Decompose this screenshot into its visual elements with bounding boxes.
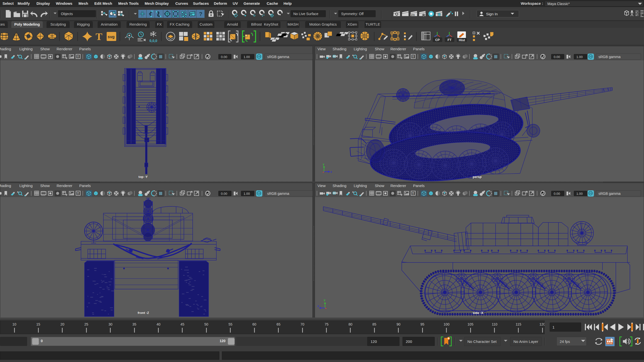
svg-text:T: T bbox=[77, 55, 79, 59]
svg-text:45: 45 bbox=[180, 322, 184, 326]
svg-text:z: z bbox=[331, 170, 332, 173]
svg-text:85: 85 bbox=[372, 322, 376, 326]
svg-text:FT: FT bbox=[448, 38, 452, 42]
svg-text:20: 20 bbox=[60, 322, 64, 326]
svg-text:75: 75 bbox=[325, 322, 329, 326]
svg-text:40: 40 bbox=[156, 322, 160, 326]
svg-text:T: T bbox=[412, 192, 414, 195]
svg-text:T: T bbox=[412, 55, 414, 59]
svg-text:T: T bbox=[96, 31, 102, 42]
svg-text:CP: CP bbox=[435, 38, 440, 42]
svg-text:115: 115 bbox=[516, 322, 521, 326]
svg-text:35: 35 bbox=[132, 322, 136, 326]
svg-text:y: y bbox=[324, 298, 326, 301]
svg-text:110: 110 bbox=[492, 322, 498, 326]
svg-text:50: 50 bbox=[204, 322, 208, 326]
svg-text:95: 95 bbox=[420, 322, 424, 326]
svg-text:Hist: Hist bbox=[459, 38, 465, 42]
svg-text:25: 25 bbox=[84, 322, 88, 326]
svg-text:15: 15 bbox=[36, 322, 40, 326]
svg-text:y: y bbox=[323, 163, 325, 166]
svg-text:IPR: IPR bbox=[411, 14, 415, 16]
svg-text:100: 100 bbox=[444, 322, 450, 326]
svg-text:10: 10 bbox=[12, 322, 16, 326]
svg-text:z: z bbox=[317, 304, 319, 307]
svg-text:T: T bbox=[77, 192, 79, 195]
svg-text:0,0,0: 0,0,0 bbox=[149, 39, 157, 43]
svg-text:svg: svg bbox=[108, 35, 115, 39]
svg-text:60: 60 bbox=[252, 322, 256, 326]
svg-text:30: 30 bbox=[108, 322, 112, 326]
svg-text:70: 70 bbox=[300, 322, 304, 326]
svg-text:65: 65 bbox=[276, 322, 280, 326]
svg-text:55: 55 bbox=[228, 322, 232, 326]
svg-text:120: 120 bbox=[539, 322, 545, 326]
svg-text:?: ? bbox=[199, 11, 202, 17]
svg-text:105: 105 bbox=[467, 322, 473, 326]
svg-text:80: 80 bbox=[348, 322, 352, 326]
svg-text:90: 90 bbox=[396, 322, 400, 326]
